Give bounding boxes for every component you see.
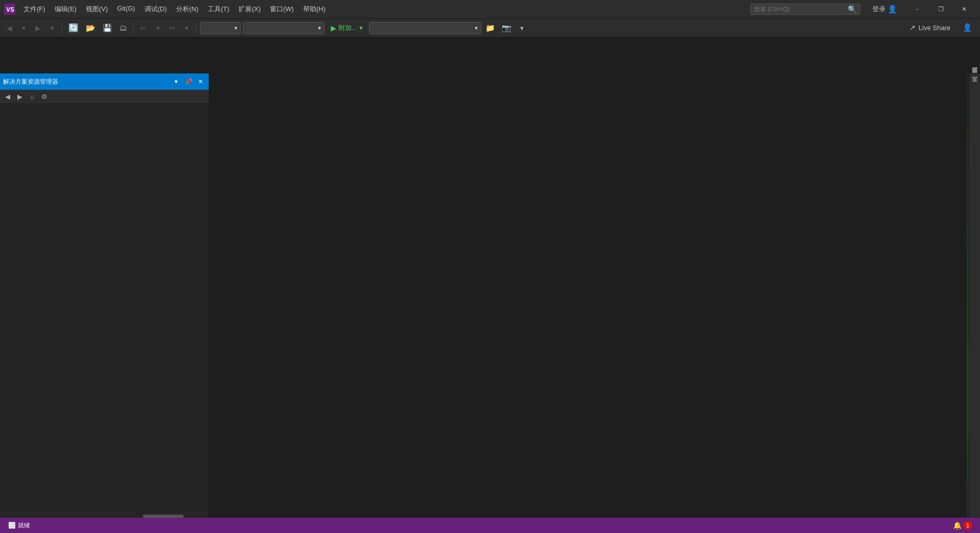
main-toolbar: ◀ ▾ ▶ ▾ 🔄 📂 💾 🗂 ↩ ▾ ↪ ▾ ▾ ▾ [0,18,980,37]
menu-debug[interactable]: 调试(D) [140,3,171,16]
notification-button[interactable]: 🔔 1 [951,520,974,530]
folder-open-icon: 📂 [86,23,95,33]
right-sidebar: 解决方案资源管理器 工具箱 [969,73,980,533]
ready-icon: ⬜ [8,522,16,529]
attach-label: 附加... [338,23,357,33]
sol-forward-icon: ▶ [17,93,22,100]
person-button[interactable]: 👤 [961,21,974,34]
login-label: 登录 [872,5,886,14]
menu-file[interactable]: 文件(F) [19,3,50,16]
close-icon: ✕ [198,78,203,85]
undo-dropdown-icon: ▾ [156,24,160,32]
person-icon: 👤 [963,23,972,32]
scroll-indicator[interactable] [143,515,184,518]
ready-label: 就绪 [18,521,30,530]
save-button[interactable]: 💾 [100,21,115,35]
close-button[interactable]: ✕ [952,0,976,18]
solution-explorer-content[interactable] [0,104,209,533]
search-input[interactable] [754,6,846,13]
notification-badge: 1 [964,521,972,529]
sol-settings-button[interactable]: ⚙ [39,91,50,103]
screenshot-arrow-icon: ▾ [520,24,524,32]
browse-button[interactable]: 📁 [483,21,498,35]
search-box: 🔍 [750,4,860,15]
settings-icon: ⚙ [41,93,47,100]
live-share-bar: ↗ Live Share 👤 [899,18,980,37]
sol-pin-button[interactable]: 📌 [183,77,193,87]
undo-button[interactable]: ↩ [137,21,150,35]
sol-close-button[interactable]: ✕ [195,77,206,87]
camera-icon: 📷 [502,23,511,33]
menu-edit[interactable]: 编辑(E) [51,3,81,16]
screenshot-dropdown[interactable]: ▾ [516,21,528,35]
menu-view[interactable]: 视图(V) [82,3,112,16]
platform-dropdown[interactable]: ▾ [243,22,325,34]
login-button[interactable]: 登录 👤 [872,5,897,14]
solution-explorer-header: 解决方案资源管理器 ▾ 📌 ✕ [0,73,209,90]
statusbar: ⬜ 就绪 🔔 1 [0,518,980,533]
left-panel: 解决方案资源管理器 ▾ 📌 ✕ ◀ ▶ ⌂ ⚙ [0,73,209,533]
window-controls: － ❐ ✕ [905,0,976,18]
redo-dropdown[interactable]: ▾ [180,21,192,35]
live-share-button[interactable]: ↗ Live Share [905,22,954,33]
undo-dropdown[interactable]: ▾ [152,21,164,35]
save-icon: 💾 [103,23,112,33]
menu-git[interactable]: Git(G) [113,3,139,16]
statusbar-right: 🔔 1 [951,520,974,530]
config-dropdown[interactable]: ▾ [200,22,241,34]
sidebar-solution-explorer-label[interactable]: 解决方案资源管理器 [970,75,979,80]
forward-dropdown-icon: ▾ [51,24,54,32]
sidebar-toolbox-label[interactable]: 工具箱 [970,84,979,88]
solution-explorer-title: 解决方案资源管理器 [3,78,169,86]
toolbar-separator-3 [196,23,197,33]
target-arrow-icon: ▾ [475,24,478,32]
menu-help[interactable]: 帮助(H) [299,3,330,16]
menu-analyze[interactable]: 分析(N) [172,3,203,16]
new-icon: 🔄 [68,23,79,33]
menu-extensions[interactable]: 扩展(X) [234,3,264,16]
solution-explorer-toolbar: ◀ ▶ ⌂ ⚙ [0,90,209,104]
new-project-button[interactable]: 🔄 [66,21,81,35]
open-folder-button[interactable]: 📂 [83,21,98,35]
sidebar-separator [971,82,978,82]
menu-window[interactable]: 窗口(W) [266,3,298,16]
forward-dropdown[interactable]: ▾ [46,21,58,35]
vs-logo-icon: VS [4,4,15,15]
run-play-icon: ▶ [331,24,336,32]
config-arrow-icon: ▾ [234,24,237,32]
platform-arrow-icon: ▾ [318,24,321,32]
sol-home-button[interactable]: ⌂ [27,91,38,103]
pin-icon: 📌 [185,78,192,85]
redo-dropdown-icon: ▾ [185,24,188,32]
toolbar-separator-1 [62,23,62,33]
home-icon: ⌂ [30,93,34,100]
live-share-label: Live Share [919,24,950,32]
save-all-button[interactable]: 🗂 [117,21,130,35]
sol-back-icon: ◀ [5,93,10,100]
sol-back-button[interactable]: ◀ [2,91,13,103]
forward-icon: ▶ [35,24,41,32]
back-dropdown-icon: ▾ [22,24,26,32]
login-person-icon: 👤 [888,5,897,14]
target-dropdown[interactable]: ▾ [369,22,481,34]
redo-icon: ↪ [169,24,175,32]
status-ready[interactable]: ⬜ 就绪 [6,520,32,531]
browse-folder-icon: 📁 [485,23,495,33]
minimize-button[interactable]: － [905,0,929,18]
sol-forward-button[interactable]: ▶ [14,91,26,103]
sol-dropdown-button[interactable]: ▾ [171,77,181,87]
redo-button[interactable]: ↪ [166,21,178,35]
forward-button[interactable]: ▶ [32,21,44,35]
sol-dropdown-icon: ▾ [175,78,178,85]
restore-button[interactable]: ❐ [929,0,952,18]
screenshot-button[interactable]: 📷 [500,21,514,35]
run-button[interactable]: ▶ 附加... ▾ [327,21,367,35]
undo-icon: ↩ [140,24,146,32]
back-dropdown[interactable]: ▾ [17,21,30,35]
bell-icon: 🔔 [953,521,962,529]
search-icon[interactable]: 🔍 [848,5,856,13]
back-icon: ◀ [7,24,12,32]
back-button[interactable]: ◀ [3,21,15,35]
save-all-icon: 🗂 [119,23,127,32]
menu-tools[interactable]: 工具(T) [204,3,234,16]
